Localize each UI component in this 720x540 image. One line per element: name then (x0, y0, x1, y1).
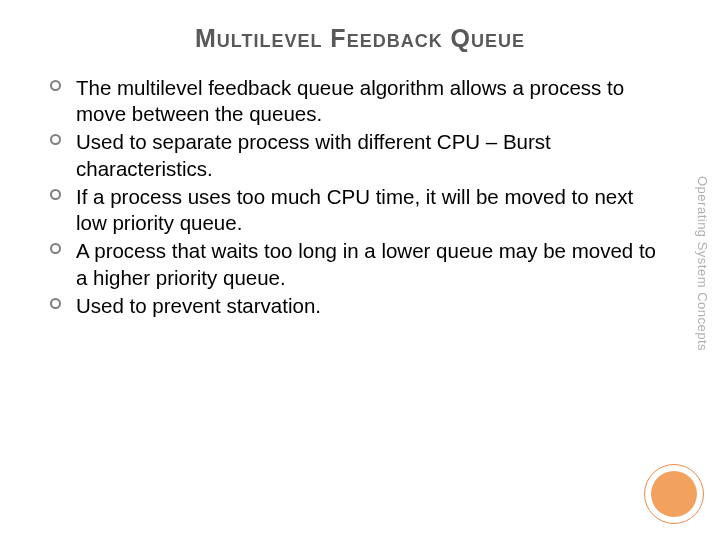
list-item: The multilevel feedback queue algorithm … (50, 75, 660, 127)
list-item: Used to prevent starvation. (50, 293, 660, 319)
side-label: Operating System Concepts (695, 176, 710, 351)
list-item: If a process uses too much CPU time, it … (50, 184, 660, 236)
bullet-text: If a process uses too much CPU time, it … (76, 185, 633, 234)
content-area: The multilevel feedback queue algorithm … (40, 75, 680, 319)
slide-title: Multilevel Feedback Queue (40, 24, 680, 53)
circle-decoration (644, 464, 704, 524)
list-item: A process that waits too long in a lower… (50, 238, 660, 290)
bullet-text: The multilevel feedback queue algorithm … (76, 76, 624, 125)
list-item: Used to separate process with different … (50, 129, 660, 181)
bullet-text: Used to prevent starvation. (76, 294, 321, 317)
bullet-text: Used to separate process with different … (76, 130, 551, 179)
slide: Multilevel Feedback Queue The multilevel… (0, 0, 720, 540)
bullet-text: A process that waits too long in a lower… (76, 239, 656, 288)
bullet-icon (50, 189, 61, 200)
bullet-list: The multilevel feedback queue algorithm … (50, 75, 660, 319)
bullet-icon (50, 298, 61, 309)
bullet-icon (50, 80, 61, 91)
circle-inner-icon (651, 471, 697, 517)
bullet-icon (50, 243, 61, 254)
bullet-icon (50, 134, 61, 145)
